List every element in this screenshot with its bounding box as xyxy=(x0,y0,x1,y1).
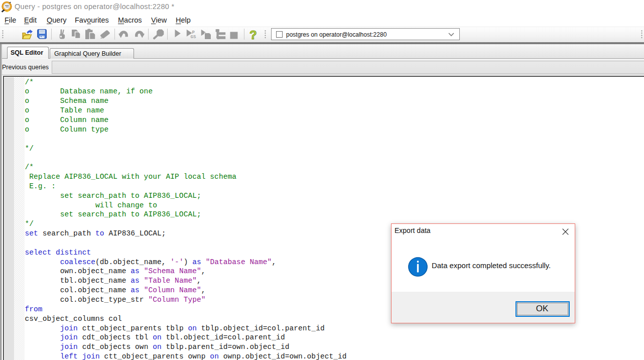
svg-text:?: ? xyxy=(249,29,257,41)
svg-text:GS: GS xyxy=(191,35,196,40)
svg-text:P: P xyxy=(192,30,195,35)
